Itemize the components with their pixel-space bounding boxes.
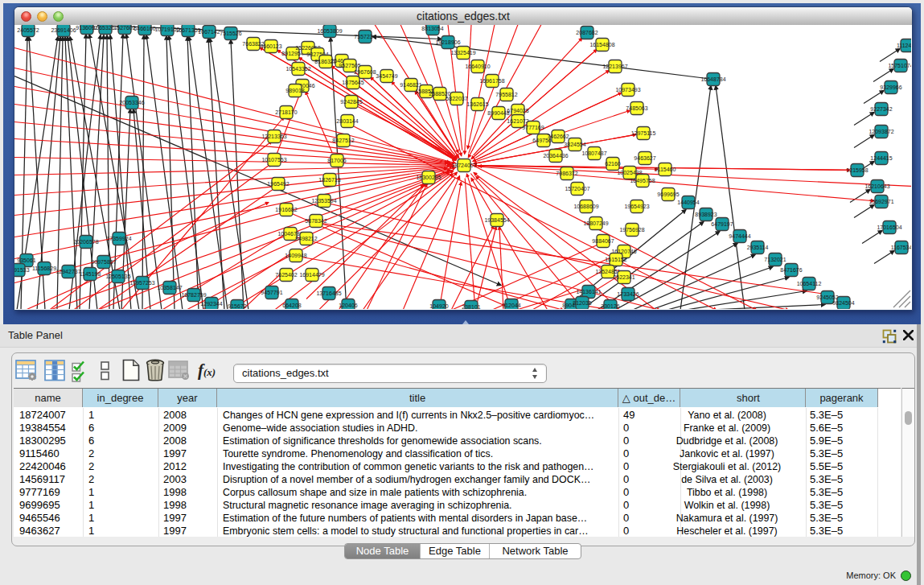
svg-text:16671355: 16671355 (175, 27, 200, 33)
svg-text:16210643: 16210643 (864, 183, 889, 189)
svg-text:2803144: 2803144 (336, 118, 358, 124)
svg-text:935061: 935061 (17, 257, 35, 263)
svg-text:12213967: 12213967 (602, 64, 627, 69)
svg-text:16154808: 16154808 (589, 42, 614, 47)
svg-text:12975115: 12975115 (631, 130, 656, 136)
svg-text:9463627: 9463627 (634, 155, 655, 161)
svg-text:9115460: 9115460 (655, 167, 676, 172)
svg-text:1440954: 1440954 (677, 200, 699, 205)
svg-text:16640910: 16640910 (465, 64, 490, 69)
svg-text:1615152: 1615152 (605, 257, 626, 262)
svg-text:20206578: 20206578 (73, 239, 98, 245)
svg-text:6466160: 6466160 (133, 26, 155, 31)
svg-text:2718170: 2718170 (275, 109, 297, 115)
svg-text:2967608: 2967608 (354, 69, 376, 75)
svg-text:13716485: 13716485 (316, 290, 341, 296)
svg-text:16648784: 16648784 (700, 76, 725, 82)
svg-text:16782759: 16782759 (181, 292, 206, 298)
svg-text:1826713: 1826713 (318, 177, 340, 183)
svg-text:7485063: 7485063 (626, 105, 647, 111)
svg-text:19756928: 19756928 (619, 227, 644, 233)
svg-text:1244415: 1244415 (870, 155, 892, 161)
svg-text:1527602: 1527602 (113, 25, 135, 31)
svg-text:330126: 330126 (601, 303, 619, 309)
svg-text:1167534: 1167534 (891, 245, 911, 250)
svg-text:6794028: 6794028 (507, 108, 528, 113)
svg-text:9699695: 9699695 (657, 192, 679, 197)
svg-text:18807249: 18807249 (583, 220, 608, 226)
svg-text:12353594: 12353594 (311, 198, 336, 204)
svg-text:7625402: 7625402 (275, 272, 297, 278)
svg-text:14136141: 14136141 (576, 289, 601, 295)
svg-text:7357234: 7357234 (354, 34, 376, 39)
svg-text:10654112: 10654112 (797, 281, 822, 286)
svg-text:13524851: 13524851 (595, 269, 620, 274)
svg-text:812035: 812035 (573, 300, 591, 306)
svg-text:912044: 912044 (502, 303, 520, 308)
svg-text:9660123: 9660123 (260, 43, 281, 49)
svg-text:1112498: 1112498 (897, 43, 911, 48)
svg-text:664208: 664208 (282, 303, 301, 308)
svg-text:15751074: 15751074 (888, 63, 911, 68)
svg-text:9498212: 9498212 (295, 236, 317, 241)
svg-text:16961758: 16961758 (479, 78, 504, 84)
svg-text:17957253: 17957253 (129, 280, 154, 286)
svg-text:915672: 915672 (228, 303, 246, 309)
svg-text:1292344: 1292344 (200, 301, 222, 307)
svg-text:989018: 989018 (285, 88, 304, 93)
svg-text:10107553: 10107553 (261, 157, 286, 163)
svg-text:7132021: 7132021 (764, 257, 786, 262)
svg-text:20364436: 20364436 (543, 153, 568, 159)
svg-text:19218906: 19218906 (435, 39, 460, 45)
svg-text:3454749: 3454749 (376, 73, 397, 79)
svg-text:2087682: 2087682 (576, 30, 598, 35)
svg-text:2522341: 2522341 (613, 274, 634, 280)
svg-text:6479197: 6479197 (711, 221, 733, 227)
svg-text:9245052: 9245052 (816, 295, 838, 300)
svg-text:1145198: 1145198 (80, 271, 101, 277)
svg-text:1409948: 1409948 (285, 253, 306, 258)
svg-text:8938923: 8938923 (695, 212, 717, 217)
svg-text:15720407: 15720407 (565, 186, 589, 192)
svg-text:9215958: 9215958 (846, 167, 868, 173)
svg-text:5822037: 5822037 (446, 96, 467, 101)
svg-text:9227342: 9227342 (870, 106, 892, 112)
svg-text:10973493: 10973493 (615, 87, 640, 93)
svg-text:8471676: 8471676 (780, 267, 802, 273)
svg-text:10807487: 10807487 (581, 150, 606, 156)
svg-text:7515526: 7515526 (220, 31, 241, 36)
svg-text:9474444: 9474444 (729, 233, 750, 239)
svg-text:12942737: 12942737 (55, 269, 80, 274)
svg-text:16495758: 16495758 (630, 178, 655, 183)
svg-text:7955812: 7955812 (495, 92, 517, 97)
svg-text:8813054: 8813054 (421, 26, 443, 31)
svg-text:1362615: 1362615 (466, 101, 488, 107)
svg-text:9242845: 9242845 (340, 99, 362, 105)
svg-text:9146821: 9146821 (400, 82, 421, 88)
svg-text:10543362: 10543362 (285, 66, 310, 72)
svg-text:120406: 120406 (339, 303, 357, 308)
svg-text:15692971: 15692971 (869, 199, 893, 204)
svg-text:18300295: 18300295 (416, 175, 441, 180)
svg-text:9884067: 9884067 (592, 238, 614, 244)
svg-text:10358147: 10358147 (157, 285, 182, 290)
svg-text:3824554: 3824554 (564, 142, 585, 147)
svg-text:90975887: 90975887 (91, 259, 116, 265)
svg-text:16914479: 16914479 (299, 272, 324, 278)
svg-text:1916682: 1916682 (275, 207, 297, 212)
svg-text:7462662: 7462662 (547, 134, 569, 139)
svg-text:1621072: 1621072 (507, 118, 528, 124)
svg-text:9457791: 9457791 (261, 290, 282, 295)
svg-text:10688609: 10688609 (573, 204, 598, 209)
svg-text:9329966: 9329966 (880, 84, 901, 90)
svg-text:23691406: 23691406 (51, 27, 76, 33)
svg-text:11156829: 11156829 (32, 266, 56, 271)
svg-text:18724007: 18724007 (451, 163, 476, 168)
svg-text:1067142: 1067142 (198, 29, 220, 35)
svg-text:1875645: 1875645 (342, 80, 363, 85)
svg-text:9824504: 9824504 (832, 300, 854, 306)
svg-text:817006: 817006 (327, 158, 346, 163)
svg-text:1733426: 1733426 (617, 291, 639, 297)
svg-text:8391533: 8391533 (14, 267, 30, 273)
svg-text:19654923: 19654923 (624, 204, 649, 209)
